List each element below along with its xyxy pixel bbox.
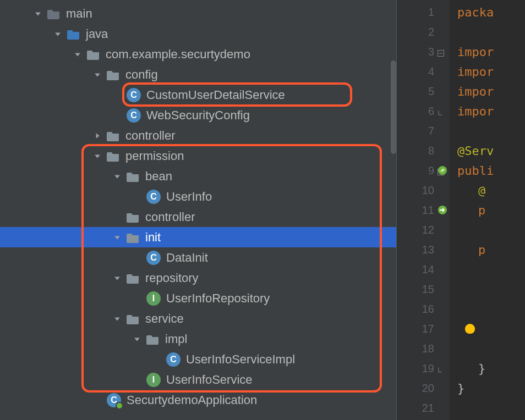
chevron-down-icon[interactable] [92,70,102,80]
gutter-line[interactable]: 11 [397,200,450,220]
chevron-down-icon[interactable] [53,29,63,39]
code-line[interactable]: impor [457,81,525,101]
class-icon: C [146,190,161,204]
folder-icon [127,231,140,244]
tree-row[interactable]: CUserInfo [0,186,396,207]
tree-item-label: controller [145,210,195,224]
gutter-line[interactable]: 21 [397,398,450,418]
code-line[interactable] [457,259,525,279]
tree-row[interactable]: controller [0,207,396,227]
tree-item-label: UserInfoRepository [166,291,270,306]
tree-row[interactable]: CWebSecurityConfig [0,105,396,125]
code-line[interactable] [457,121,525,141]
chevron-down-icon[interactable] [92,151,102,161]
tree-row[interactable]: java [0,24,396,44]
fold-open-icon[interactable] [438,47,447,57]
tree-row[interactable]: IUserInfoService [0,369,396,390]
fold-close-icon[interactable] [438,106,447,116]
tree-item-label: UserInfoServiceImpl [186,352,295,367]
editor-code[interactable]: packaimporimporimporimpor@Servpubli@pp}} [450,0,525,420]
tree-item-label: SecurtydemoApplication [127,393,257,407]
intention-bulb-icon[interactable] [465,324,475,334]
gutter-line[interactable]: 9 [397,161,450,180]
code-line[interactable] [457,339,525,358]
chevron-down-icon[interactable] [112,314,122,324]
gutter-line[interactable]: 1 [397,2,450,22]
spring-autowire-icon[interactable] [438,205,447,215]
code-line[interactable]: impor [457,42,525,62]
gutter-line[interactable]: 14 [397,259,450,279]
gutter-line[interactable]: 5 [397,81,450,101]
gutter-line[interactable]: 2 [397,22,450,42]
code-line[interactable]: p [457,240,525,259]
code-line[interactable]: } [457,358,525,378]
tree-row[interactable]: init [0,227,396,247]
chevron-down-icon[interactable] [33,9,43,19]
gutter-line[interactable]: 12 [397,220,450,240]
tree-item-label: WebSecurityConfig [146,108,250,123]
tree-row[interactable]: controller [0,125,396,146]
tree-item-label: UserInfo [166,190,212,204]
gutter-line[interactable]: 6 [397,101,450,121]
tree-row[interactable]: CUserInfoServiceImpl [0,349,396,369]
gutter-line[interactable]: 17 [397,319,450,339]
code-line[interactable] [457,299,525,319]
gutter-line[interactable]: 20 [397,378,450,398]
fold-close-icon[interactable] [438,363,447,373]
tree-row[interactable]: repository [0,268,396,288]
gutter-line[interactable]: 15 [397,279,450,299]
gutter-line[interactable]: 8 [397,141,450,161]
code-line[interactable]: } [457,378,525,398]
chevron-down-icon[interactable] [112,233,122,242]
tree-item-label: permission [125,149,184,163]
class-icon: C [127,88,141,102]
gutter-line[interactable]: 13 [397,240,450,259]
gutter-line[interactable]: 19 [397,358,450,378]
tree-row[interactable]: CSecurtydemoApplication [0,390,396,410]
code-line[interactable] [457,22,525,42]
tree-row[interactable]: com.example.securtydemo [0,44,396,64]
folder-icon [107,150,120,163]
folder-icon [47,7,61,20]
chevron-down-icon[interactable] [112,172,122,181]
chevron-down-icon[interactable] [132,334,142,344]
gutter-line[interactable]: 10 [397,180,450,200]
class-icon: C [127,108,141,123]
tree-row[interactable]: bean [0,166,396,186]
code-line[interactable]: impor [457,101,525,121]
editor-panel: 123456789101112131415161718192021 packai… [396,0,525,420]
tree-row[interactable]: IUserInfoRepository [0,288,396,308]
tree-row[interactable]: permission [0,146,396,166]
code-line[interactable]: packa [457,2,525,22]
code-line[interactable]: @ [457,180,525,200]
code-line[interactable]: p [457,200,525,220]
editor-gutter: 123456789101112131415161718192021 [397,0,450,420]
code-line[interactable] [457,279,525,299]
gutter-line[interactable]: 3 [397,42,450,62]
gutter-line[interactable]: 7 [397,121,450,141]
folder-icon [127,211,140,224]
gutter-line[interactable]: 16 [397,299,450,319]
chevron-down-icon[interactable] [73,49,83,59]
tree-item-label: main [66,7,92,21]
code-line[interactable] [457,319,525,339]
tree-item-label: init [145,230,161,245]
tree-row[interactable]: CCustomUserDetailService [0,85,396,105]
tree-row[interactable]: main [0,3,396,24]
tree-row[interactable]: CDataInit [0,247,396,268]
folder-icon [127,272,140,285]
tree-item-label: UserInfoService [166,373,253,387]
gutter-line[interactable]: 4 [397,62,450,81]
code-line[interactable]: @Serv [457,141,525,161]
spring-bean-icon[interactable] [438,165,447,175]
code-line[interactable] [457,220,525,240]
tree-row[interactable]: impl [0,329,396,349]
code-line[interactable]: impor [457,62,525,81]
chevron-down-icon[interactable] [112,273,122,283]
chevron-right-icon[interactable] [92,131,102,141]
tree-row[interactable]: service [0,308,396,329]
code-line[interactable]: publi [457,161,525,180]
code-line[interactable] [457,398,525,418]
tree-row[interactable]: config [0,64,396,85]
gutter-line[interactable]: 18 [397,339,450,358]
